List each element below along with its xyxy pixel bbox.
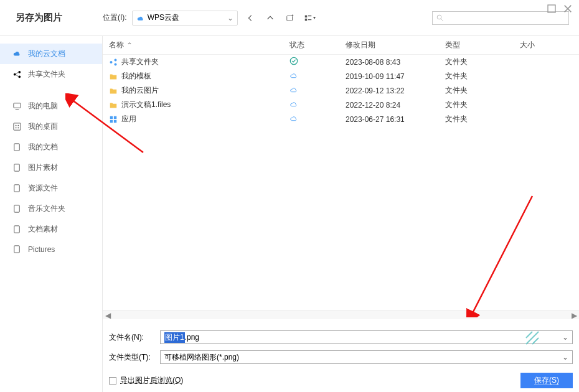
window-title: 另存为图片 xyxy=(16,12,103,24)
sidebar-item-desktop[interactable]: 我的桌面 xyxy=(0,116,102,137)
file-type: 文件夹 xyxy=(445,85,520,96)
svg-point-11 xyxy=(17,125,19,126)
svg-point-21 xyxy=(114,58,116,61)
export-browse-checkbox[interactable]: 导出图片后浏览(O) xyxy=(109,375,183,386)
file-name: 应用 xyxy=(121,114,136,124)
sidebar-item-label: 我的文档 xyxy=(28,142,58,152)
file-name: 我的模板 xyxy=(121,71,151,82)
file-list[interactable]: 共享文件夹2023-08-08 8:43文件夹我的模板2019-10-09 11… xyxy=(103,55,579,310)
file-type: 文件夹 xyxy=(445,100,520,110)
file-icon xyxy=(109,58,118,67)
svg-rect-14 xyxy=(14,144,19,151)
sidebar-item-computer[interactable]: 我的电脑 xyxy=(0,96,102,116)
sidebar-item-label: 文档素材 xyxy=(28,224,58,235)
location-label: 位置(I): xyxy=(103,12,127,23)
svg-point-6 xyxy=(18,71,21,73)
new-folder-button[interactable] xyxy=(283,11,298,26)
svg-rect-18 xyxy=(14,226,19,233)
sidebar-item-label: 音乐文件夹 xyxy=(28,203,65,214)
sidebar-item-label: 共享文件夹 xyxy=(28,69,65,80)
file-icon xyxy=(109,72,118,81)
status-icon xyxy=(290,86,298,95)
svg-rect-26 xyxy=(110,119,113,122)
col-status[interactable]: 状态 xyxy=(290,40,346,50)
svg-rect-8 xyxy=(14,103,21,108)
scroll-right-icon[interactable]: ▶ xyxy=(570,312,578,319)
svg-rect-27 xyxy=(114,119,116,122)
table-row[interactable]: 演示文稿1.files2022-12-20 8:24文件夹 xyxy=(103,98,579,112)
svg-point-12 xyxy=(16,127,17,128)
sidebar-item-label: 图片素材 xyxy=(28,162,58,173)
table-row[interactable]: 我的模板2019-10-09 11:47文件夹 xyxy=(103,69,579,83)
scrollbar-horizontal[interactable]: ◀ ▶ xyxy=(103,310,579,319)
sidebar-item-doc-material[interactable]: 文档素材 xyxy=(0,219,102,240)
svg-point-10 xyxy=(16,125,17,126)
svg-point-22 xyxy=(114,63,116,65)
sidebar: 我的云文档 共享文件夹 我的电脑 我的桌面 我的文档 图片素材 xyxy=(0,36,103,392)
svg-rect-9 xyxy=(14,123,21,130)
file-type: 文件夹 xyxy=(445,71,520,82)
table-row[interactable]: 我的云图片2022-09-12 13:22文件夹 xyxy=(103,83,579,98)
svg-rect-2 xyxy=(305,15,308,17)
search-icon xyxy=(436,14,444,22)
file-date: 2019-10-09 11:47 xyxy=(346,72,445,81)
table-row[interactable]: 应用2023-06-27 16:31文件夹 xyxy=(103,112,579,126)
checkbox-icon xyxy=(109,377,116,385)
chevron-down-icon[interactable]: ⌄ xyxy=(562,333,568,342)
sidebar-item-label: 我的云文档 xyxy=(28,49,65,59)
sidebar-item-pictures-material[interactable]: 图片素材 xyxy=(0,157,102,178)
filetype-label: 文件类型(T): xyxy=(109,352,160,363)
svg-rect-19 xyxy=(14,246,19,253)
chevron-down-icon[interactable]: ⌄ xyxy=(562,353,568,362)
file-date: 2022-12-20 8:24 xyxy=(346,101,445,110)
sidebar-item-label: 资源文件 xyxy=(28,183,58,194)
svg-rect-24 xyxy=(110,116,113,118)
filename-input[interactable]: 图片1.png ⌄ xyxy=(160,330,573,344)
save-button[interactable]: 保存(S) xyxy=(520,373,573,388)
location-select[interactable]: WPS云盘 ⌄ xyxy=(132,11,238,26)
sidebar-item-pictures[interactable]: Pictures xyxy=(0,240,102,259)
file-date: 2022-09-12 13:22 xyxy=(346,86,445,95)
scroll-left-icon[interactable]: ◀ xyxy=(104,312,111,319)
svg-rect-17 xyxy=(14,205,19,212)
status-icon xyxy=(290,58,298,67)
sidebar-item-label: 我的电脑 xyxy=(28,101,58,111)
sidebar-item-music[interactable]: 音乐文件夹 xyxy=(0,198,102,219)
view-mode-button[interactable]: ▾ xyxy=(303,11,318,26)
location-value: WPS云盘 xyxy=(148,12,179,23)
table-row[interactable]: 共享文件夹2023-08-08 8:43文件夹 xyxy=(103,55,579,69)
svg-rect-3 xyxy=(305,18,308,21)
col-date[interactable]: 修改日期 xyxy=(346,40,445,50)
col-type[interactable]: 类型 xyxy=(445,40,520,50)
file-type: 文件夹 xyxy=(445,57,520,67)
cloud-icon xyxy=(136,15,145,21)
close-button[interactable] xyxy=(563,4,573,14)
svg-point-7 xyxy=(18,75,21,78)
file-list-header: 名称 ⌃ 状态 修改日期 类型 大小 xyxy=(103,36,579,55)
filename-label: 文件名(N): xyxy=(109,332,160,343)
maximize-button[interactable] xyxy=(547,4,557,14)
sidebar-item-shared[interactable]: 共享文件夹 xyxy=(0,64,102,85)
svg-rect-16 xyxy=(14,185,19,192)
sidebar-item-resources[interactable]: 资源文件 xyxy=(0,178,102,198)
svg-point-5 xyxy=(14,73,16,76)
svg-point-20 xyxy=(110,60,112,63)
sidebar-item-documents[interactable]: 我的文档 xyxy=(0,137,102,157)
chevron-down-icon: ⌄ xyxy=(227,14,233,22)
file-type: 文件夹 xyxy=(445,114,520,124)
status-icon xyxy=(290,72,298,81)
file-date: 2023-08-08 8:43 xyxy=(346,58,445,67)
svg-rect-25 xyxy=(114,116,116,118)
filetype-select[interactable]: 可移植网络图形(*.png) ⌄ xyxy=(160,350,573,364)
up-button[interactable] xyxy=(263,11,278,26)
back-button[interactable] xyxy=(243,11,258,26)
file-icon xyxy=(109,86,118,95)
sidebar-item-label: 我的桌面 xyxy=(28,121,58,132)
col-size[interactable]: 大小 xyxy=(520,40,579,50)
file-name: 我的云图片 xyxy=(121,85,159,96)
file-name: 共享文件夹 xyxy=(121,57,159,67)
file-date: 2023-06-27 16:31 xyxy=(346,115,445,124)
col-name[interactable]: 名称 ⌃ xyxy=(103,40,290,50)
svg-rect-1 xyxy=(286,16,292,21)
sidebar-item-cloud-docs[interactable]: 我的云文档 xyxy=(0,44,102,64)
